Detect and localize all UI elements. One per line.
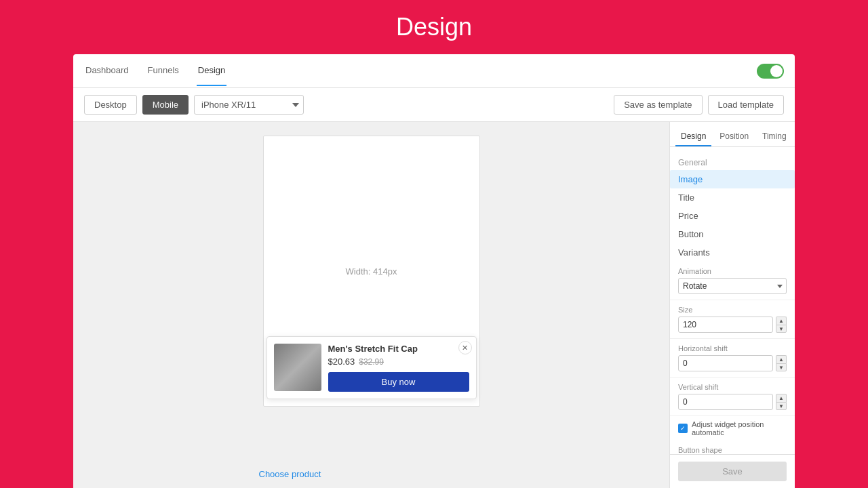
horizontal-shift-row: ▲ ▼: [678, 355, 787, 371]
canvas-area: Width: 414px Men's Stretch Fit Cap $20.6…: [73, 122, 669, 488]
buy-now-button[interactable]: Buy now: [328, 372, 469, 392]
auto-position-checkbox[interactable]: [678, 424, 688, 433]
panel-save-button[interactable]: Save: [678, 462, 787, 481]
tab-timing[interactable]: Timing: [757, 127, 792, 146]
animation-setting: Animation Rotate Bounce Fade None: [670, 262, 795, 300]
size-down-button[interactable]: ▼: [776, 325, 787, 333]
panel-body: General Image Title Price Button Variant…: [670, 147, 795, 454]
section-item-title[interactable]: Title: [670, 188, 795, 207]
horizontal-shift-spinners: ▲ ▼: [776, 355, 787, 371]
save-template-button[interactable]: Save as template: [614, 95, 702, 115]
section-item-variants[interactable]: Variants: [670, 243, 795, 262]
app-container: Dashboard Funnels Design Desktop Mobile …: [73, 54, 795, 488]
nav-toggle: [757, 64, 784, 79]
choose-product-area: Choose product: [256, 468, 321, 480]
section-item-image[interactable]: Image: [670, 170, 795, 188]
panel-tabs: Design Position Timing: [670, 122, 795, 147]
product-prices: $20.63 $32.99: [328, 357, 469, 367]
toggle-switch[interactable]: [757, 64, 784, 79]
phone-canvas: Width: 414px Men's Stretch Fit Cap $20.6…: [263, 136, 480, 407]
hshift-down-button[interactable]: ▼: [776, 363, 787, 371]
button-shape-label: Button shape: [678, 446, 787, 454]
device-select[interactable]: iPhone XR/11 iPhone 12 Samsung Galaxy S2…: [194, 95, 304, 115]
product-img-bg: [274, 344, 321, 391]
nav-item-design[interactable]: Design: [197, 56, 226, 86]
product-name: Men's Stretch Fit Cap: [328, 344, 469, 354]
product-details: Men's Stretch Fit Cap $20.63 $32.99 Buy …: [328, 344, 469, 392]
top-header: Design: [0, 0, 868, 54]
auto-position-label: Adjust widget position automatic: [692, 420, 787, 436]
mobile-view-button[interactable]: Mobile: [142, 95, 189, 115]
vertical-shift-row: ▲ ▼: [678, 394, 787, 410]
toolbar: Desktop Mobile iPhone XR/11 iPhone 12 Sa…: [73, 88, 795, 122]
hshift-up-button[interactable]: ▲: [776, 355, 787, 363]
horizontal-shift-input[interactable]: [678, 355, 773, 371]
animation-label: Animation: [678, 267, 787, 275]
close-button[interactable]: ✕: [458, 341, 472, 354]
nav-item-funnels[interactable]: Funnels: [146, 56, 180, 86]
vertical-shift-spinners: ▲ ▼: [776, 394, 787, 410]
right-panel: Design Position Timing General Image Tit…: [669, 122, 795, 488]
load-template-button[interactable]: Load template: [708, 95, 784, 115]
nav-item-dashboard[interactable]: Dashboard: [84, 56, 130, 86]
auto-position-checkbox-row[interactable]: Adjust widget position automatic: [670, 416, 795, 441]
page-title: Design: [396, 13, 472, 41]
size-label: Size: [678, 306, 787, 314]
tab-design[interactable]: Design: [675, 127, 711, 146]
vertical-shift-setting: Vertical shift ▲ ▼: [670, 378, 795, 416]
main-content: Width: 414px Men's Stretch Fit Cap $20.6…: [73, 122, 795, 488]
size-row: ▲ ▼: [678, 317, 787, 333]
size-setting: Size ▲ ▼: [670, 300, 795, 339]
nav-bar: Dashboard Funnels Design: [73, 54, 795, 88]
product-card: Men's Stretch Fit Cap $20.63 $32.99 Buy …: [267, 336, 477, 399]
tab-position[interactable]: Position: [714, 127, 754, 146]
desktop-view-button[interactable]: Desktop: [84, 95, 137, 115]
general-section-label: General: [670, 152, 795, 170]
size-input[interactable]: [678, 317, 773, 333]
vshift-down-button[interactable]: ▼: [776, 402, 787, 410]
horizontal-shift-label: Horizontal shift: [678, 344, 787, 352]
price-current: $20.63: [328, 357, 355, 367]
save-btn-panel: Save: [670, 454, 795, 488]
section-item-button[interactable]: Button: [670, 225, 795, 243]
section-item-price[interactable]: Price: [670, 207, 795, 225]
size-up-button[interactable]: ▲: [776, 317, 787, 325]
button-shape-setting: Button shape: [670, 441, 795, 454]
size-spinners: ▲ ▼: [776, 317, 787, 333]
product-card-inner: Men's Stretch Fit Cap $20.63 $32.99 Buy …: [274, 344, 469, 392]
price-original: $32.99: [359, 357, 384, 367]
canvas-width-label: Width: 414px: [346, 266, 397, 277]
choose-product-link[interactable]: Choose product: [259, 469, 321, 479]
vertical-shift-label: Vertical shift: [678, 383, 787, 391]
horizontal-shift-setting: Horizontal shift ▲ ▼: [670, 339, 795, 378]
vshift-up-button[interactable]: ▲: [776, 394, 787, 402]
animation-row: Rotate Bounce Fade None: [678, 278, 787, 294]
product-image: [274, 344, 321, 391]
animation-select[interactable]: Rotate Bounce Fade None: [678, 278, 787, 294]
vertical-shift-input[interactable]: [678, 394, 773, 410]
